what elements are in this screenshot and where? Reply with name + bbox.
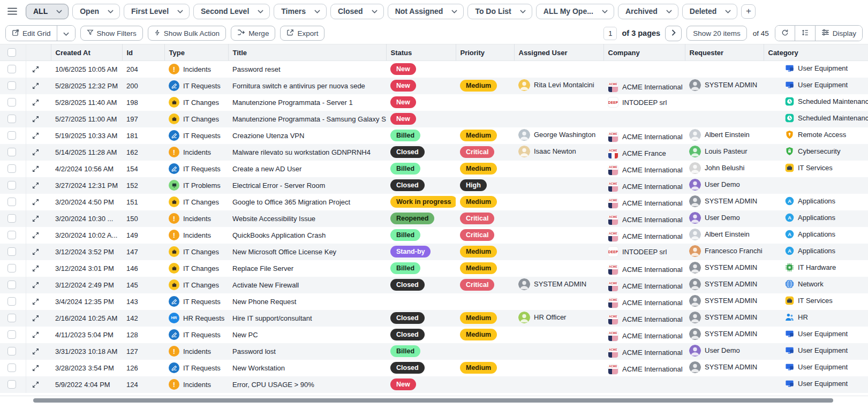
tab-first-level[interactable]: First Level — [124, 4, 190, 19]
expand-row-button[interactable] — [31, 379, 41, 390]
table-row[interactable]: 10/6/2025 10:05 AM204!IncidentsPassword … — [0, 61, 868, 78]
column-header-id[interactable]: Id — [122, 44, 164, 61]
row-checkbox[interactable] — [7, 231, 16, 239]
expand-row-button[interactable] — [31, 196, 41, 207]
expand-row-button[interactable] — [31, 113, 41, 124]
table-row[interactable]: 3/12/2024 2:49 PM145IT ChangesActivate N… — [0, 277, 868, 293]
row-checkbox[interactable] — [7, 148, 16, 156]
table-row[interactable]: 5/14/2025 11:28 AM162!IncidentsMalware r… — [0, 144, 868, 161]
show-items-button[interactable]: Show 20 items — [686, 26, 747, 41]
column-header-priority[interactable]: Priority — [456, 44, 514, 61]
tab-deleted[interactable]: Deleted — [682, 4, 738, 19]
table-row[interactable]: 3/31/2023 10:18 AM127!IncidentsPassword … — [0, 343, 868, 360]
row-checkbox[interactable] — [7, 347, 16, 355]
tab-closed[interactable]: Closed — [330, 4, 384, 19]
expand-row-button[interactable] — [31, 279, 41, 290]
edit-grid-button[interactable]: Edit Grid — [6, 26, 57, 41]
row-checkbox[interactable] — [7, 281, 16, 289]
expand-row-button[interactable] — [31, 246, 41, 257]
page-number-input[interactable]: 1 — [603, 27, 617, 40]
expand-row-button[interactable] — [31, 130, 41, 141]
expand-row-button[interactable] — [31, 346, 41, 357]
expand-row-button[interactable] — [31, 313, 41, 323]
table-row[interactable]: 5/19/2025 10:33 AM181IT RequestsCreazion… — [0, 127, 868, 144]
avatar — [689, 245, 701, 257]
table-row[interactable]: 3/12/2024 3:52 PM147IT ChangesNew Micros… — [0, 244, 868, 260]
tab-timers[interactable]: Timers — [274, 4, 327, 19]
table-row[interactable]: 3/4/2024 12:35 PM143IT RequestsNew Phone… — [0, 293, 868, 310]
row-checkbox[interactable] — [7, 247, 16, 256]
row-checkbox[interactable] — [7, 65, 16, 73]
status-cell: Billed — [386, 127, 456, 144]
export-button[interactable]: Export — [280, 26, 324, 41]
tab-all-my-ope[interactable]: ALL My Ope... — [536, 4, 614, 19]
column-header-assigned-user[interactable]: Assigned User — [514, 44, 603, 61]
expand-row-button[interactable] — [31, 362, 41, 373]
table-row[interactable]: 5/28/2025 11:40 AM198IT ChangesManutenzi… — [0, 94, 868, 111]
row-checkbox[interactable] — [7, 81, 16, 90]
table-row[interactable]: 4/2/2024 10:56 AM154IT RequestsCreate a … — [0, 161, 868, 177]
expand-row-button[interactable] — [31, 147, 41, 157]
expand-row-button[interactable] — [31, 329, 41, 340]
table-row[interactable]: 3/20/2024 4:50 PM151IT ChangesGoogle to … — [0, 194, 868, 210]
expand-row-button[interactable] — [31, 263, 41, 274]
merge-button[interactable]: Merge — [231, 26, 275, 41]
expand-row-button[interactable] — [31, 213, 41, 224]
show-bulk-action-button[interactable]: Show Bulk Action — [148, 26, 226, 41]
next-page-button[interactable] — [665, 26, 682, 41]
row-checkbox[interactable] — [7, 330, 16, 339]
row-checkbox[interactable] — [7, 181, 16, 190]
tab-to-do-list[interactable]: To Do List — [467, 4, 532, 19]
row-checkbox[interactable] — [7, 164, 16, 173]
show-filters-button[interactable]: Show Filters — [80, 26, 143, 41]
select-all-checkbox[interactable] — [7, 48, 16, 57]
expand-row-button[interactable] — [31, 230, 41, 240]
row-checkbox[interactable] — [7, 98, 16, 107]
table-row[interactable]: 5/27/2025 11:00 AM197IT ChangesManutenzi… — [0, 111, 868, 127]
table-row[interactable]: 4/11/2023 5:04 PM128IT RequestsNew PCClo… — [0, 327, 868, 343]
tab-open[interactable]: Open — [72, 4, 120, 19]
tab-second-level[interactable]: Second Level — [193, 4, 270, 19]
tab-all[interactable]: ALL — [26, 4, 69, 19]
row-checkbox[interactable] — [7, 131, 16, 140]
tab-not-assigned[interactable]: Not Assigned — [388, 4, 464, 19]
table-row[interactable]: 5/9/2022 4:04 PM124!IncidentsError, CPU … — [0, 376, 868, 393]
display-button[interactable]: Display — [815, 26, 862, 41]
expand-row-button[interactable] — [31, 163, 41, 174]
expand-row-button[interactable] — [31, 97, 41, 108]
column-header-requester[interactable]: Requester — [685, 44, 764, 61]
table-row[interactable]: 3/12/2024 3:01 PM146IT ChangesReplace Fi… — [0, 260, 868, 277]
row-checkbox[interactable] — [7, 115, 16, 123]
expand-row-button[interactable] — [31, 64, 41, 74]
row-checkbox[interactable] — [7, 214, 16, 223]
column-header-company[interactable]: Company — [603, 44, 685, 61]
table-row[interactable]: 3/28/2023 3:54 PM126IT RequestsNew Works… — [0, 360, 868, 376]
user-equipment-icon — [785, 329, 794, 338]
expand-row-button[interactable] — [31, 80, 41, 91]
refresh-button[interactable] — [775, 26, 795, 41]
row-checkbox[interactable] — [7, 198, 16, 206]
row-checkbox[interactable] — [7, 314, 16, 322]
table-row[interactable]: 3/20/2024 10:02 A...149!IncidentsQuickBo… — [0, 227, 868, 244]
edit-grid-dropdown-button[interactable] — [57, 26, 75, 41]
tab-archived[interactable]: Archived — [618, 4, 678, 19]
row-checkbox[interactable] — [7, 264, 16, 272]
column-header-status[interactable]: Status — [386, 44, 456, 61]
table-row[interactable]: 3/27/2024 12:31 PM152IT ProblemsElectric… — [0, 177, 868, 194]
row-checkbox[interactable] — [7, 380, 16, 389]
column-header-title[interactable]: Title — [228, 44, 386, 61]
column-header-type[interactable]: Type — [164, 44, 228, 61]
menu-button[interactable] — [5, 4, 19, 18]
table-row[interactable]: 2/16/2024 10:25 AM142HRHR RequestsHire I… — [0, 310, 868, 327]
table-row[interactable]: 3/20/2024 10:30 ...150!IncidentsWebsite … — [0, 210, 868, 227]
horizontal-scrollbar[interactable] — [33, 398, 833, 403]
column-header-category[interactable]: Category — [764, 44, 868, 61]
expand-row-button[interactable] — [31, 296, 41, 307]
column-header-created-at[interactable]: Created At — [51, 44, 122, 61]
table-row[interactable]: 5/28/2025 12:32 PM200IT RequestsFornitur… — [0, 78, 868, 94]
add-view-tab-button[interactable]: + — [741, 4, 756, 19]
row-height-button[interactable] — [795, 26, 815, 41]
expand-row-button[interactable] — [31, 180, 41, 191]
row-checkbox[interactable] — [7, 363, 16, 372]
row-checkbox[interactable] — [7, 297, 16, 306]
